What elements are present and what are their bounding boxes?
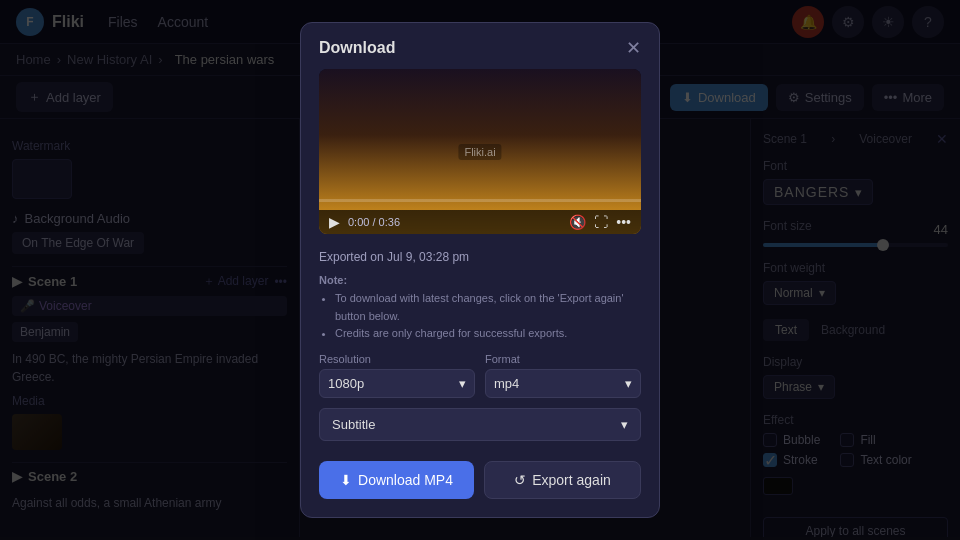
export-again-button[interactable]: ↺ Export again <box>484 461 641 499</box>
chevron-down-icon6: ▾ <box>621 417 628 432</box>
download-mp4-button[interactable]: ⬇ Download MP4 <box>319 461 474 499</box>
modal-overlay: Download ✕ Fliki.ai ▶ 0:00 / 0:36 🔇 ⛶ ••… <box>0 0 960 540</box>
export-notes: Note: To download with latest changes, c… <box>301 272 659 352</box>
download-icon2: ⬇ <box>340 472 352 488</box>
modal-actions: ⬇ Download MP4 ↺ Export again <box>301 451 659 517</box>
modal-video: Fliki.ai ▶ 0:00 / 0:36 🔇 ⛶ ••• <box>319 69 641 234</box>
refresh-icon: ↺ <box>514 472 526 488</box>
subtitle-row: Subtitle ▾ <box>301 408 659 451</box>
export-info: Exported on Jul 9, 03:28 pm <box>301 244 659 270</box>
more-video-button[interactable]: ••• <box>616 214 631 230</box>
modal-close-button[interactable]: ✕ <box>626 37 641 59</box>
note-item-1: To download with latest changes, click o… <box>335 290 641 325</box>
resolution-select[interactable]: 1080p ▾ <box>319 369 475 398</box>
subtitle-select[interactable]: Subtitle ▾ <box>319 408 641 441</box>
play-button[interactable]: ▶ <box>329 214 340 230</box>
video-watermark: Fliki.ai <box>458 144 501 160</box>
format-field: Format mp4 ▾ <box>485 353 641 398</box>
video-controls: ▶ 0:00 / 0:36 🔇 ⛶ ••• <box>319 210 641 234</box>
fullscreen-button[interactable]: ⛶ <box>594 214 608 230</box>
chevron-down-icon5: ▾ <box>625 376 632 391</box>
video-progress-bar[interactable] <box>319 199 641 202</box>
modal-title: Download <box>319 39 395 57</box>
download-modal: Download ✕ Fliki.ai ▶ 0:00 / 0:36 🔇 ⛶ ••… <box>300 22 660 517</box>
format-select[interactable]: mp4 ▾ <box>485 369 641 398</box>
resolution-field: Resolution 1080p ▾ <box>319 353 475 398</box>
chevron-down-icon4: ▾ <box>459 376 466 391</box>
note-item-2: Credits are only charged for successful … <box>335 325 641 343</box>
mute-button[interactable]: 🔇 <box>569 214 586 230</box>
video-time: 0:00 / 0:36 <box>348 216 561 228</box>
modal-fields: Resolution 1080p ▾ Format mp4 ▾ <box>301 353 659 408</box>
modal-header: Download ✕ <box>301 23 659 69</box>
